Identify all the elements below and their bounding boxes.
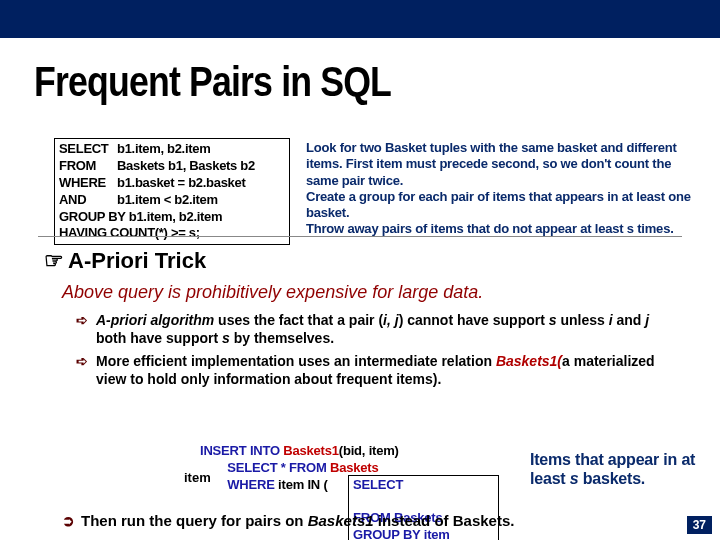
- items-appear-text: Items that appear in at least s baskets.: [530, 450, 706, 488]
- kw-subselect: SELECT: [353, 477, 403, 492]
- sql-where1: b1.basket = b2.basket: [117, 175, 245, 190]
- b1-t5: both have support: [96, 330, 222, 346]
- sql-query-box: SELECTb1.item, b2.item FROMBaskets b1, B…: [54, 138, 290, 245]
- sql-having: HAVING COUNT(*) >= s;: [59, 225, 285, 242]
- horizontal-divider: [38, 236, 682, 237]
- kw-and: AND: [59, 192, 117, 209]
- b1-ij: i, j: [383, 312, 399, 328]
- then-c: instead of Baskets.: [374, 512, 515, 529]
- apriori-heading: ☞A-Priori Trick: [44, 248, 206, 274]
- b1-t3: unless: [557, 312, 609, 328]
- expl-p2: Create a group for each pair of items th…: [306, 189, 702, 222]
- then-a: Then run the query for pairs on: [81, 512, 308, 529]
- tbl-baskets1: Baskets1: [283, 443, 339, 458]
- bullet-2: More efficient implementation uses an in…: [78, 353, 678, 388]
- bullet-1: A-priori algorithm uses the fact that a …: [78, 312, 678, 347]
- b1-t2: ) cannot have support: [399, 312, 549, 328]
- b1-s2: s: [222, 330, 230, 346]
- expensive-text: Above query is prohibitively expensive f…: [62, 282, 483, 303]
- sql-select-cols: b1.item, b2.item: [117, 141, 210, 156]
- b2-baskets1: Baskets1(: [496, 353, 562, 369]
- then-b: Baskets1: [308, 512, 374, 529]
- then-line: ➲Then run the query for pairs on Baskets…: [62, 512, 514, 530]
- tbl-baskets: Baskets: [330, 460, 378, 475]
- b2-t1: More efficient implementation uses an in…: [96, 353, 496, 369]
- kw-where2: WHERE: [200, 477, 278, 492]
- sql-where2: b1.item < b2.item: [117, 192, 218, 207]
- b1-alg: A-priori algorithm: [96, 312, 214, 328]
- b1-t: uses the fact that a pair (: [214, 312, 383, 328]
- b1-t4: and: [613, 312, 646, 328]
- kw-select2: SELECT * FROM: [200, 460, 330, 475]
- expl-p1: Look for two Basket tuples with the same…: [306, 140, 702, 189]
- pointing-hand-icon: ☞: [44, 248, 64, 273]
- sql-from: Baskets b1, Baskets b2: [117, 158, 255, 173]
- item-in: item IN (: [278, 477, 327, 492]
- b1-s: s: [549, 312, 557, 328]
- page-number: 37: [687, 516, 712, 534]
- kw-insert: INSERT INTO: [200, 443, 283, 458]
- item-label: item: [184, 470, 211, 485]
- kw-where: WHERE: [59, 175, 117, 192]
- apriori-heading-text: A-Priori Trick: [68, 248, 206, 273]
- ins-cols: (bid, item): [339, 443, 399, 458]
- ia-b: baskets.: [578, 470, 645, 487]
- header-whiteline: [0, 38, 720, 50]
- kw-from: FROM: [59, 158, 117, 175]
- slide-title: Frequent Pairs in SQL: [34, 58, 391, 106]
- subquery-box: SELECT FROM Baskets GROUP BY item HAVING…: [348, 475, 499, 540]
- b1-j: j: [645, 312, 649, 328]
- kw-select: SELECT: [59, 141, 117, 158]
- then-arrow-icon: ➲: [62, 512, 75, 529]
- bullet-list: A-priori algorithm uses the fact that a …: [78, 312, 678, 394]
- explanation-text: Look for two Basket tuples with the same…: [306, 140, 702, 238]
- sql-groupby: GROUP BY b1.item, b2.item: [59, 209, 285, 226]
- b1-t6: by themselves.: [230, 330, 334, 346]
